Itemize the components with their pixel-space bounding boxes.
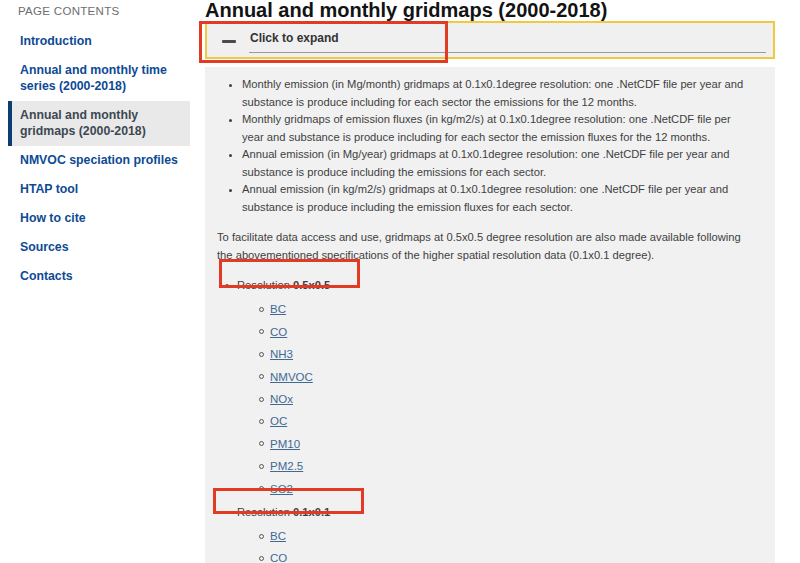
list-item: PM10 — [217, 433, 747, 455]
sidebar-heading: PAGE CONTENTS — [18, 5, 198, 17]
link-nox-05[interactable]: NOx — [270, 391, 293, 409]
list-item: NH3 — [217, 344, 747, 366]
list-item: SO2 — [217, 478, 747, 500]
link-pm10-05[interactable]: PM10 — [270, 436, 300, 454]
resolution-sections: Resolution 0.5x0.5 BC CO NH3 NMVOC NOx O… — [217, 276, 747, 563]
sidebar-item-how-to-cite[interactable]: How to cite — [8, 204, 190, 233]
list-item: OC — [217, 411, 747, 433]
facilitate-paragraph: To facilitate data access and use, gridm… — [217, 229, 747, 264]
resolution-01-value: 0.1x0.1 — [293, 506, 330, 518]
sidebar-item-sources[interactable]: Sources — [8, 233, 190, 262]
circle-bullet-icon — [259, 534, 264, 539]
list-item: NMVOC — [217, 366, 747, 388]
circle-bullet-icon — [259, 441, 264, 446]
bullet-annual-fluxes: Annual emission (in kg/m2/s) gridmaps at… — [242, 181, 747, 216]
link-nh3-05[interactable]: NH3 — [270, 346, 293, 364]
resolution-01-label: Resolution 0.1x0.1 — [217, 503, 747, 521]
link-oc-05[interactable]: OC — [270, 413, 287, 431]
circle-bullet-icon — [259, 307, 264, 312]
circle-bullet-icon — [259, 556, 264, 561]
expander-header[interactable]: Click to expand — [205, 21, 775, 59]
list-item: BC — [217, 299, 747, 321]
link-so2-05[interactable]: SO2 — [270, 481, 293, 499]
circle-bullet-icon — [259, 329, 264, 334]
circle-bullet-icon — [259, 419, 264, 424]
circle-bullet-icon — [259, 352, 264, 357]
bullet-annual-emission: Annual emission (in Mg/year) gridmaps at… — [242, 146, 747, 181]
circle-bullet-icon — [259, 374, 264, 379]
circle-bullet-icon — [259, 397, 264, 402]
page-contents-sidebar: PAGE CONTENTS Introduction Annual and mo… — [0, 0, 198, 291]
link-co-01[interactable]: CO — [270, 550, 287, 563]
collapse-minus-icon — [222, 40, 236, 43]
circle-bullet-icon — [259, 486, 264, 491]
resolution-01-links: BC CO — [217, 526, 747, 563]
sidebar-item-htap-tool[interactable]: HTAP tool — [8, 175, 190, 204]
sidebar-nav: Introduction Annual and monthly time ser… — [8, 27, 198, 291]
list-item: CO — [217, 321, 747, 343]
resolution-05-value: 0.5x0.5 — [293, 279, 330, 291]
link-bc-05[interactable]: BC — [270, 301, 286, 319]
sidebar-item-contacts[interactable]: Contacts — [8, 262, 190, 291]
link-bc-01[interactable]: BC — [270, 528, 286, 546]
resolution-05-label: Resolution 0.5x0.5 — [217, 276, 747, 294]
sidebar-item-gridmaps-active[interactable]: Annual and monthly gridmaps (2000-2018) — [8, 101, 190, 146]
list-item: NOx — [217, 389, 747, 411]
gridmap-description-list: Monthly emission (in Mg/month) gridmaps … — [217, 76, 747, 216]
sidebar-item-time-series[interactable]: Annual and monthly time series (2000-201… — [8, 56, 190, 101]
bullet-monthly-fluxes: Monthly gridmaps of emission fluxes (in … — [242, 111, 747, 146]
link-co-05[interactable]: CO — [270, 324, 287, 342]
expander-label: Click to expand — [250, 31, 339, 45]
bullet-monthly-emission: Monthly emission (in Mg/month) gridmaps … — [242, 76, 747, 111]
resolution-05-links: BC CO NH3 NMVOC NOx OC PM10 PM2.5 SO2 — [217, 299, 747, 501]
expanded-content-panel: Monthly emission (in Mg/month) gridmaps … — [205, 67, 775, 563]
link-pm25-05[interactable]: PM2.5 — [270, 458, 303, 476]
circle-bullet-icon — [259, 464, 264, 469]
link-nmvoc-05[interactable]: NMVOC — [270, 369, 313, 387]
resolution-section-01: Resolution 0.1x0.1 BC CO — [217, 503, 747, 563]
page-title: Annual and monthly gridmaps (2000-2018) — [205, 0, 795, 22]
sidebar-item-introduction[interactable]: Introduction — [8, 27, 190, 56]
expander-divider — [249, 52, 766, 53]
list-item: PM2.5 — [217, 456, 747, 478]
list-item: BC — [217, 526, 747, 548]
list-item: CO — [217, 548, 747, 563]
resolution-section-05: Resolution 0.5x0.5 BC CO NH3 NMVOC NOx O… — [217, 276, 747, 501]
sidebar-item-nmvoc-speciation[interactable]: NMVOC speciation profiles — [8, 146, 190, 175]
